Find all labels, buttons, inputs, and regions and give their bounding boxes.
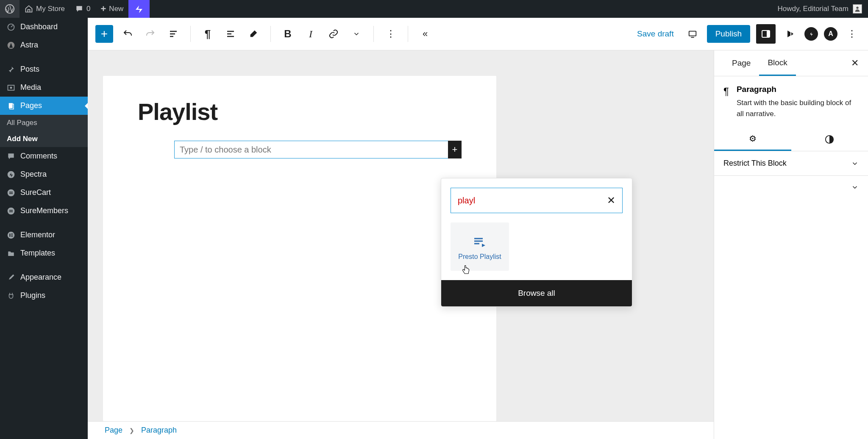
spectra-badge[interactable] (128, 0, 150, 18)
admin-bar-left: My Store 0 + New (0, 0, 150, 18)
new-content[interactable]: + New (96, 0, 129, 18)
home-icon (25, 5, 33, 13)
wordpress-icon (5, 4, 14, 14)
comments-count-value: 0 (86, 5, 90, 13)
comments-count[interactable]: 0 (70, 0, 95, 18)
site-home[interactable]: My Store (19, 0, 70, 18)
howdy-text[interactable]: Howdy, Editorial Team (777, 5, 849, 13)
plus-icon: + (101, 3, 106, 14)
avatar[interactable] (853, 4, 862, 14)
admin-bar: My Store 0 + New Howdy, Editorial Team (0, 0, 868, 18)
wp-logo[interactable] (0, 0, 19, 18)
svg-point-1 (856, 7, 858, 9)
new-label: New (109, 5, 123, 13)
spectra-icon (134, 4, 144, 14)
person-icon (854, 6, 861, 12)
admin-bar-right: Howdy, Editorial Team (777, 4, 864, 14)
site-name: My Store (36, 5, 65, 13)
comment-icon (75, 5, 83, 13)
